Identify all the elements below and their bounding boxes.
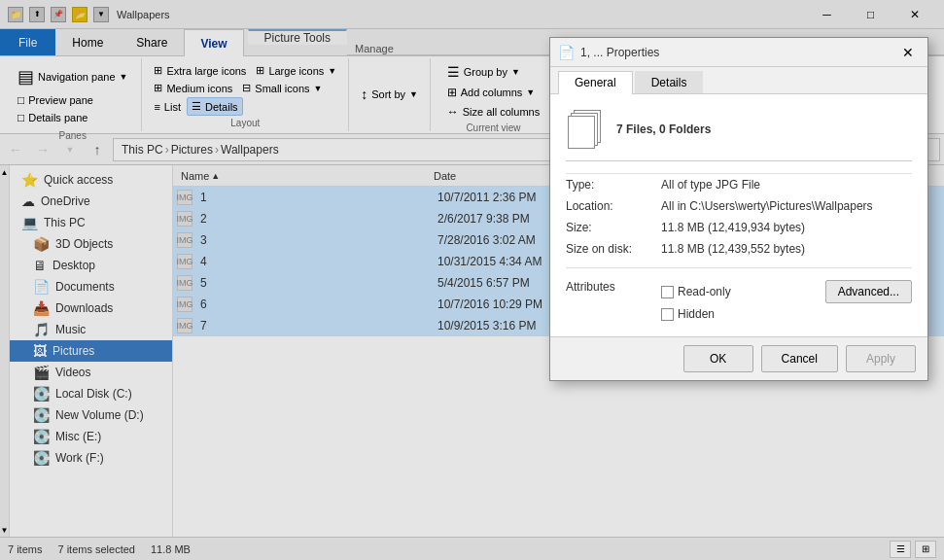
hidden-checkbox[interactable]: [661, 308, 674, 321]
dialog-file-icon: [566, 110, 605, 149]
prop-label-type: Type:: [566, 178, 653, 192]
properties-dialog: 📄 1, ... Properties ✕ General Details 7 …: [549, 37, 928, 381]
prop-label-location: Location:: [566, 199, 653, 213]
prop-label-attributes: Attributes: [566, 280, 653, 321]
file-stack-icon: [568, 110, 603, 149]
prop-separator-2: [566, 267, 912, 268]
dialog-title-icon: 📄: [558, 45, 575, 60]
dialog-tab-general[interactable]: General: [558, 71, 633, 94]
dialog-file-info: 7 Files, 0 Folders: [616, 122, 711, 136]
readonly-checkbox-label[interactable]: Read-only: [661, 285, 731, 298]
prop-row-size-on-disk: Size on disk: 11.8 MB (12,439,552 bytes): [566, 242, 912, 256]
hidden-checkbox-label[interactable]: Hidden: [661, 307, 912, 321]
advanced-button[interactable]: Advanced...: [825, 280, 912, 303]
prop-row-size: Size: 11.8 MB (12,419,934 bytes): [566, 221, 912, 234]
prop-label-size: Size:: [566, 221, 653, 234]
prop-value-type: All of type JPG File: [661, 178, 912, 192]
dialog-body: 7 Files, 0 Folders Type: All of type JPG…: [550, 94, 927, 336]
dialog-tabs: General Details: [550, 67, 927, 94]
prop-separator-1: [566, 173, 912, 174]
dialog-tab-details[interactable]: Details: [635, 71, 704, 93]
dialog-props: Type: All of type JPG File Location: All…: [566, 178, 912, 321]
ok-button[interactable]: OK: [683, 345, 753, 372]
readonly-checkbox[interactable]: [661, 286, 674, 298]
prop-value-size-on-disk: 11.8 MB (12,439,552 bytes): [661, 242, 912, 256]
attributes-controls: Read-only Advanced... Hidden: [661, 280, 912, 321]
dialog-titlebar: 📄 1, ... Properties ✕: [550, 38, 927, 67]
prop-row-location: Location: All in C:\Users\werty\Pictures…: [566, 199, 912, 213]
prop-row-attributes: Attributes Read-only Advanced... Hidden: [566, 280, 912, 321]
attr-row-hidden: Hidden: [661, 307, 912, 321]
apply-button[interactable]: Apply: [846, 345, 916, 372]
prop-value-location: All in C:\Users\werty\Pictures\Wallpaper…: [661, 199, 912, 213]
dialog-title: 📄 1, ... Properties: [558, 45, 896, 60]
dialog-header: 7 Files, 0 Folders: [566, 110, 912, 161]
cancel-button[interactable]: Cancel: [761, 345, 838, 372]
dialog-close-button[interactable]: ✕: [896, 41, 920, 64]
dialog-footer: OK Cancel Apply: [550, 336, 927, 380]
prop-label-size-on-disk: Size on disk:: [566, 242, 653, 256]
file-page-3: [568, 116, 595, 149]
attr-row-readonly: Read-only Advanced...: [661, 280, 912, 303]
prop-row-type: Type: All of type JPG File: [566, 178, 912, 192]
prop-value-size: 11.8 MB (12,419,934 bytes): [661, 221, 912, 234]
